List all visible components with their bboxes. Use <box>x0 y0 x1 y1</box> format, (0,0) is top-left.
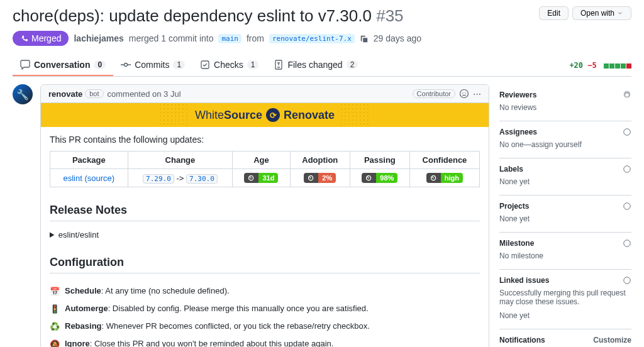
config-rebasing: ♻️Rebasing: Whenever PR becomes conflict… <box>50 317 480 335</box>
svg-point-3 <box>460 90 469 98</box>
avatar[interactable]: 🔧 <box>13 84 33 104</box>
milestone-text: No milestone <box>499 251 631 260</box>
emoji-icon[interactable] <box>459 89 469 99</box>
renovate-banner: WhiteSource ⟳ Renovate <box>41 103 489 127</box>
gear-icon[interactable] <box>623 202 631 211</box>
linked-issues-none: None yet <box>499 311 631 320</box>
recycle-icon: ♻️ <box>50 321 60 331</box>
age-badge[interactable]: ⏲31d <box>244 173 278 183</box>
source-link[interactable]: (source) <box>84 174 114 183</box>
svg-point-0 <box>125 63 128 67</box>
table-row: eslint (source) 7.29.0 -> 7.30.0 ⏲31d ⏲2… <box>50 169 480 187</box>
edit-button[interactable]: Edit <box>539 6 569 20</box>
linked-issues-desc: Successfully merging this pull request m… <box>499 289 631 306</box>
svg-point-7 <box>624 166 631 173</box>
page-title: chore(deps): update dependency eslint to… <box>13 6 404 26</box>
svg-rect-1 <box>201 61 209 69</box>
commented-on[interactable]: commented on 3 Jul <box>108 89 181 99</box>
merged-badge: Merged <box>13 31 69 46</box>
updates-table: Package Change Age Adoption Passing Conf… <box>50 151 480 187</box>
svg-point-4 <box>462 92 464 94</box>
labels-title: Labels <box>499 165 523 174</box>
configuration-heading: Configuration <box>50 256 480 273</box>
renovate-logo-icon: ⟳ <box>266 108 280 122</box>
gear-icon[interactable] <box>623 91 631 99</box>
contributor-badge: Contributor <box>413 89 455 98</box>
gear-icon[interactable] <box>623 165 631 174</box>
svg-point-6 <box>624 129 631 136</box>
passing-badge[interactable]: ⏲98% <box>362 173 397 183</box>
svg-point-10 <box>624 277 631 284</box>
merge-icon <box>20 34 29 43</box>
bot-badge: bot <box>85 89 103 98</box>
projects-title: Projects <box>499 202 529 211</box>
milestone-title: Milestone <box>499 239 534 248</box>
time-ago: 29 days ago <box>374 33 421 43</box>
checks-count: 1 <box>247 60 259 69</box>
issue-number: #35 <box>376 6 403 25</box>
tab-checks[interactable]: Checks 1 <box>192 55 266 76</box>
package-link[interactable]: eslint <box>63 174 82 183</box>
reviewers-text: No reviews <box>499 103 631 112</box>
svg-point-9 <box>624 240 631 247</box>
version-from[interactable]: 7.29.0 <box>143 174 174 184</box>
author-link[interactable]: lachiejames <box>74 33 123 43</box>
files-changed-count: 2 <box>347 60 358 69</box>
linked-issues-title: Linked issues <box>499 276 549 285</box>
comment-icon <box>20 60 30 70</box>
assignees-title: Assignees <box>499 128 537 136</box>
ignore-icon: 🔕 <box>50 339 60 347</box>
assign-yourself-link[interactable]: assign yourself <box>531 140 582 149</box>
base-branch[interactable]: main <box>218 34 242 43</box>
tab-conversation[interactable]: Conversation 0 <box>13 55 113 76</box>
gear-icon[interactable] <box>623 239 631 248</box>
robot-icon: 🚦 <box>50 304 60 314</box>
open-with-button[interactable]: Open with <box>572 6 631 20</box>
config-schedule: 📅Schedule: At any time (no schedule defi… <box>50 282 480 300</box>
confidence-badge[interactable]: ⏲high <box>426 173 463 183</box>
config-ignore: 🔕Ignore: Close this PR and you won't be … <box>50 335 480 347</box>
intro-text: This PR contains the following updates: <box>50 135 480 145</box>
reviewers-title: Reviewers <box>499 91 536 99</box>
release-notes-heading: Release Notes <box>50 204 480 221</box>
tab-commits[interactable]: Commits 1 <box>113 55 192 76</box>
version-to[interactable]: 7.30.0 <box>186 174 218 184</box>
adoption-badge[interactable]: ⏲2% <box>304 173 336 183</box>
gear-icon[interactable] <box>623 128 631 136</box>
copy-icon[interactable] <box>360 34 369 43</box>
kebab-icon[interactable]: ⋯ <box>473 89 481 99</box>
svg-point-5 <box>465 92 466 94</box>
projects-text: None yet <box>499 214 631 223</box>
check-icon <box>200 60 210 70</box>
diffstat: +20 −5 <box>569 61 631 70</box>
from-text: from <box>247 33 264 43</box>
svg-point-8 <box>624 203 631 210</box>
merged-text: merged 1 commit into <box>129 33 214 43</box>
release-notes-summary[interactable]: eslint/eslint <box>50 230 480 240</box>
head-branch[interactable]: renovate/eslint-7.x <box>269 34 355 43</box>
conversation-count: 0 <box>94 60 106 69</box>
config-automerge: 🚦Automerge: Disabled by config. Please m… <box>50 300 480 317</box>
commits-count: 1 <box>173 60 185 69</box>
chevron-down-icon <box>617 10 623 16</box>
labels-text: None yet <box>499 177 631 186</box>
notifications-title: Notifications <box>499 336 545 344</box>
comment-author[interactable]: renovate <box>48 89 82 99</box>
customize-link[interactable]: Customize <box>593 336 631 344</box>
commit-icon <box>121 60 131 70</box>
gear-icon[interactable] <box>623 276 631 285</box>
tab-files-changed[interactable]: Files changed 2 <box>266 55 365 76</box>
calendar-icon: 📅 <box>50 286 60 296</box>
diff-icon <box>274 60 284 70</box>
